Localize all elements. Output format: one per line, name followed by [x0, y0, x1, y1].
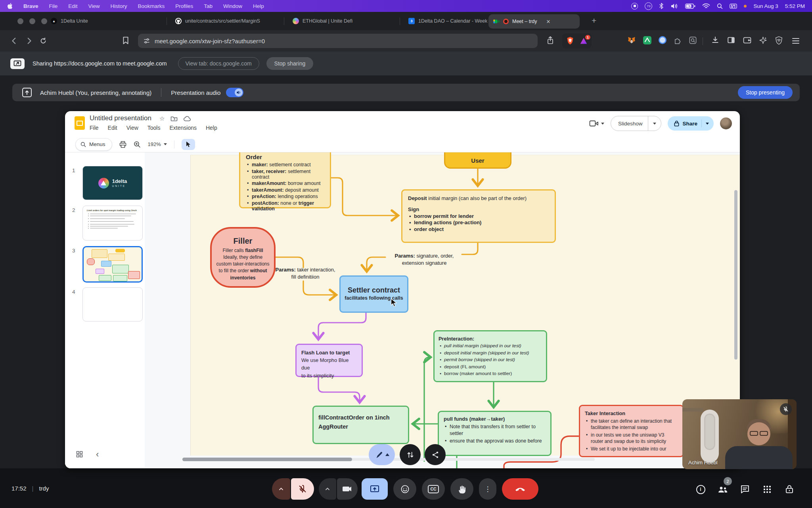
menu-item-view[interactable]: View — [88, 3, 100, 9]
reactions-button[interactable] — [393, 478, 416, 500]
collapse-filmstrip-chevron[interactable]: ‹ — [96, 449, 99, 460]
tab-ethglobal[interactable]: ETHGlobal | Unite Defi — [293, 12, 352, 30]
slides-menu-view[interactable]: View — [126, 125, 138, 131]
stop-sharing-button[interactable]: Stop sharing — [266, 57, 314, 70]
screen-recording-stop-icon[interactable] — [631, 3, 638, 10]
battery-icon[interactable] — [685, 4, 695, 9]
downloads-icon[interactable] — [711, 36, 719, 44]
slide-thumbnail-3-selected[interactable] — [82, 246, 143, 283]
browser-menu-icon[interactable] — [792, 38, 800, 44]
share-page-icon[interactable] — [546, 36, 554, 45]
menus-search-button[interactable]: Menus — [75, 138, 112, 151]
sidebar-icon[interactable] — [727, 36, 735, 44]
slides-menu-tools[interactable]: Tools — [147, 125, 161, 131]
chat-button[interactable] — [739, 483, 751, 495]
zoom-icon[interactable] — [134, 141, 141, 148]
bookmark-icon[interactable] — [122, 37, 129, 44]
stop-presentation-button[interactable] — [362, 478, 388, 500]
camera-presenter-button[interactable] — [589, 120, 604, 127]
menu-item-history[interactable]: History — [111, 3, 127, 9]
menu-item-brave[interactable]: Brave — [23, 3, 38, 9]
zoom-level-select[interactable]: 192% — [148, 141, 167, 147]
traffic-light-zoom[interactable] — [41, 18, 47, 24]
diagram-user-box[interactable]: User — [444, 152, 511, 169]
password-manager-icon[interactable] — [659, 36, 666, 44]
diagram-preinteraction-box[interactable]: PreInteraction: pull initial margin (ski… — [433, 330, 547, 382]
spotlight-search-icon[interactable] — [717, 3, 723, 9]
url-address-field[interactable]: meet.google.com/xtw-join-sfz?authuser=0 — [138, 34, 538, 48]
more-options-button[interactable]: ⋮ — [479, 478, 496, 500]
menu-item-profiles[interactable]: Profiles — [175, 3, 193, 9]
account-avatar[interactable] — [720, 117, 732, 129]
menu-item-window[interactable]: Window — [223, 3, 242, 9]
document-title[interactable]: Untitled presentation — [90, 114, 151, 122]
diagram-pullfunds-box[interactable]: pull funds (maker→taker) Note that this … — [438, 411, 552, 456]
diagram-taker-box[interactable]: Taker Interaction the taker can define a… — [579, 405, 684, 457]
new-tab-button[interactable]: + — [592, 16, 596, 25]
menu-item-edit[interactable]: Edit — [68, 3, 77, 9]
vertical-scrollbar-thumb[interactable] — [734, 190, 737, 360]
self-video-tile[interactable]: Achim Huebl — [682, 399, 797, 469]
menu-item-file[interactable]: File — [49, 3, 58, 9]
diagram-order-box[interactable]: Order maker: settlement contract taker, … — [239, 152, 331, 208]
slides-menu-edit[interactable]: Edit — [108, 125, 117, 131]
presentation-audio-toggle[interactable] — [226, 88, 243, 97]
volume-icon[interactable] — [670, 3, 678, 9]
wifi-icon[interactable] — [702, 3, 710, 9]
star-icon[interactable]: ☆ — [159, 115, 165, 122]
tab-1delta-unite[interactable]: ▲ 1Delta Unite — [51, 12, 88, 30]
grid-view-icon[interactable] — [76, 451, 83, 458]
people-button[interactable]: 2 — [717, 483, 729, 495]
tab-close-icon[interactable]: ✕ — [546, 19, 551, 25]
tab-github-settler[interactable]: unite/contracts/src/settler/MarginS — [175, 12, 260, 30]
extensions-puzzle-icon[interactable] — [674, 36, 682, 44]
view-tab-button[interactable]: View tab: docs.google.com — [178, 57, 259, 70]
slides-menu-help[interactable]: Help — [206, 125, 217, 131]
leave-call-button[interactable] — [502, 478, 538, 500]
activities-button[interactable] — [761, 483, 773, 495]
diagram-flashloan-box[interactable]: Flash Loan to target We use Morpho Blue … — [295, 344, 363, 377]
meeting-details-button[interactable]: i — [695, 483, 707, 495]
share-dropdown[interactable] — [706, 123, 709, 125]
slides-menu-file[interactable]: File — [90, 125, 99, 131]
search-box-extension-icon[interactable] — [689, 36, 697, 44]
bluetooth-icon[interactable] — [659, 3, 664, 9]
host-controls-button[interactable] — [783, 483, 795, 495]
slideshow-dropdown[interactable] — [648, 116, 661, 131]
mic-options-chevron[interactable] — [272, 478, 290, 500]
forward-button[interactable] — [25, 37, 33, 44]
menu-bar-date[interactable]: Sun Aug 3 — [753, 3, 778, 9]
brave-shields-icon[interactable] — [566, 37, 574, 45]
control-center-icon[interactable] — [730, 4, 737, 9]
menu-item-help[interactable]: Help — [253, 3, 264, 9]
tab-calendar[interactable]: 3 1Delta DAO – Calendar - Week of 3 — [408, 12, 497, 30]
share-button[interactable]: Share — [668, 116, 714, 131]
select-tool-button[interactable] — [182, 139, 195, 150]
annotation-pen-button[interactable] — [369, 444, 395, 465]
menu-item-tab[interactable]: Tab — [204, 3, 213, 9]
diagram-deposit-box[interactable]: Deposit initial margin (can also be part… — [401, 189, 556, 243]
slide-thumbnail-4[interactable] — [82, 287, 143, 321]
stop-presenting-button[interactable]: Stop presenting — [738, 86, 793, 99]
diagram-fillcontractorder-box[interactable]: fillContractOrder on 1inch AggRouter — [312, 406, 409, 444]
diagram-settler-box[interactable]: Settler contract facilitates following c… — [339, 275, 408, 313]
print-icon[interactable] — [119, 141, 126, 148]
traffic-light-minimize[interactable] — [29, 18, 35, 24]
battery-percent-badge[interactable]: 73 — [645, 2, 652, 10]
share-annotation-button[interactable] — [425, 444, 446, 465]
apple-menu-icon[interactable] — [7, 3, 13, 9]
leo-ai-sparkle-icon[interactable] — [759, 36, 767, 44]
move-folder-icon[interactable] — [170, 116, 178, 121]
slide-navigation-button[interactable] — [400, 444, 421, 465]
camera-button[interactable] — [337, 478, 358, 500]
metamask-icon[interactable] — [627, 36, 636, 45]
site-settings-icon[interactable] — [144, 38, 150, 44]
tab-meet-active[interactable]: Meet – trdy ✕ — [488, 14, 580, 29]
cloud-status-icon[interactable] — [184, 116, 191, 121]
slides-menu-extensions[interactable]: Extensions — [169, 125, 196, 131]
vpn-shield-icon[interactable] — [775, 36, 783, 45]
slide-thumbnail-1[interactable]: 1deltaUNITE — [82, 166, 143, 200]
horizontal-scrollbar-thumb[interactable] — [182, 458, 352, 461]
wallet-icon[interactable] — [743, 36, 751, 44]
back-button[interactable] — [11, 37, 18, 44]
